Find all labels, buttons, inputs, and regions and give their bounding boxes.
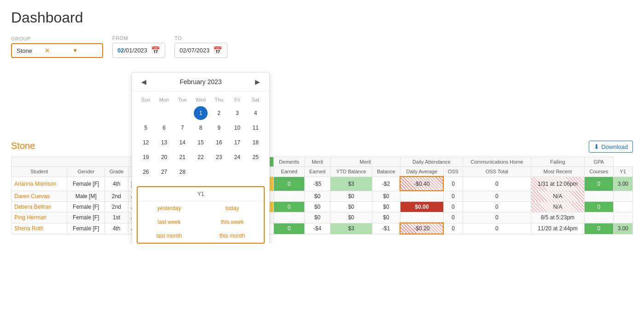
cal-day-14[interactable]: 14 (175, 136, 189, 149)
most-recent: 1/31 at 12:06pm (531, 177, 584, 191)
group-label: GROUP (11, 36, 103, 41)
last-month-button[interactable]: last month (138, 229, 201, 243)
this-month-button[interactable]: this month (201, 229, 264, 243)
to-date-input[interactable]: 02/07/2023 📅 (174, 43, 227, 58)
oss: 0 (443, 223, 463, 234)
daily-average: -$0.40 (400, 177, 443, 191)
cal-day-28[interactable]: 28 (175, 165, 189, 179)
cal-day-27[interactable]: 27 (157, 165, 171, 179)
cal-day-3[interactable]: 3 (230, 106, 244, 120)
filters-bar: GROUP Stone ✕ ▼ FROM 02/01/2023 📅 TO 02/… (11, 35, 633, 58)
group-dropdown-arrow[interactable]: ▼ (72, 47, 98, 54)
prev-month-button[interactable]: ◀ (139, 77, 149, 86)
ytd-balance: $0 (331, 202, 372, 212)
download-button[interactable]: ⬇ Download (589, 141, 633, 153)
last-week-button[interactable]: last week (138, 215, 201, 229)
failing-courses: 0 (584, 212, 613, 223)
today-button[interactable]: today (201, 201, 264, 215)
yesterday-button[interactable]: yesterday (138, 201, 201, 215)
merit-earned: $0 (304, 191, 330, 202)
oss-total: 0 (463, 191, 531, 202)
data-table-wrapper: Full Reflections Demerits Merit Merit Da… (11, 157, 633, 234)
header-failing-courses: Courses (584, 167, 613, 177)
student-name[interactable]: Shena Roth (12, 223, 67, 234)
section-title: Stone (11, 141, 633, 151)
cal-day-17[interactable]: 17 (230, 136, 244, 149)
table-row: Shena Roth Female [F] 4th Academic Plan … (12, 223, 633, 234)
oss: 0 (443, 212, 463, 223)
download-icon: ⬇ (594, 143, 599, 150)
header-gpa-y1: Y1 (613, 167, 632, 177)
cal-day-21[interactable]: 21 (175, 150, 189, 164)
cal-day-24[interactable]: 24 (230, 150, 244, 164)
cal-day-1[interactable]: 1 (194, 106, 208, 120)
gpa-y1 (613, 212, 632, 223)
balance: -$2 (372, 177, 400, 191)
next-month-button[interactable]: ▶ (252, 77, 263, 86)
gpa-y1 (613, 202, 632, 212)
ytd-balance: $0 (331, 212, 372, 223)
day-wed: Wed (191, 95, 210, 104)
cal-day-15[interactable]: 15 (194, 136, 208, 149)
student-gender: Female [F] (67, 212, 105, 223)
cal-day-18[interactable]: 18 (249, 136, 262, 149)
cal-day-26[interactable]: 26 (139, 165, 153, 179)
to-calendar-icon[interactable]: 📅 (213, 46, 222, 55)
student-name[interactable]: Ping Herman (12, 212, 67, 223)
oss: 0 (443, 202, 463, 212)
header-gender: Gender (67, 167, 105, 177)
cal-day-19[interactable]: 19 (139, 150, 153, 164)
student-gender: Female [F] (67, 177, 105, 191)
student-name[interactable]: Arianna Morrison (12, 177, 67, 191)
ytd-balance: $0 (331, 191, 372, 202)
group-select[interactable]: Stone ✕ ▼ (11, 43, 103, 58)
cal-day-empty (157, 106, 171, 120)
balance: -$1 (372, 223, 400, 234)
gpa-y1: 3.00 (613, 223, 632, 234)
merit-earned: -$5 (304, 177, 330, 191)
cal-day-7[interactable]: 7 (175, 121, 189, 135)
header-merit-earned: Earned (304, 167, 330, 177)
cal-day-8[interactable]: 8 (194, 121, 208, 135)
from-date-input[interactable]: 02/01/2023 📅 (112, 43, 165, 58)
cal-day-6[interactable]: 6 (157, 121, 171, 135)
daily-average: $0.00 (400, 191, 443, 202)
clear-group-button[interactable]: ✕ (45, 47, 70, 54)
cal-day-4[interactable]: 4 (249, 106, 262, 120)
this-week-button[interactable]: this week (201, 215, 264, 229)
cal-day-22[interactable]: 22 (194, 150, 208, 164)
cal-day-11[interactable]: 11 (249, 121, 262, 135)
cal-day-12[interactable]: 12 (139, 136, 153, 149)
failing-courses: 0 (584, 177, 613, 191)
col-group-demerits: Demerits (274, 157, 304, 167)
oss-total: 0 (463, 212, 531, 223)
shortcuts-grid: yesterday today last week this week last… (138, 201, 264, 243)
gpa-y1: 3.00 (613, 177, 632, 191)
download-label: Download (601, 143, 628, 150)
merit-earned: -$4 (304, 223, 330, 234)
header-balance: Balance (372, 167, 400, 177)
from-calendar-icon[interactable]: 📅 (151, 46, 160, 55)
cal-day-empty (139, 106, 153, 120)
from-date-filter: FROM 02/01/2023 📅 (112, 35, 165, 58)
student-name[interactable]: Daren Cuevas (12, 191, 67, 202)
col-group-gpa: GPA (584, 157, 613, 167)
cal-day-13[interactable]: 13 (157, 136, 171, 149)
main-table: Full Reflections Demerits Merit Merit Da… (11, 157, 633, 234)
student-name[interactable]: Debera Beltran (12, 202, 67, 212)
cal-day-16[interactable]: 16 (212, 136, 226, 149)
cal-day-9[interactable]: 9 (212, 121, 226, 135)
cal-day-2[interactable]: 2 (212, 106, 226, 120)
section-area: Stone ⬇ Download Full Reflections Demeri… (11, 141, 633, 234)
oss: 0 (443, 177, 463, 191)
cal-day-5[interactable]: 5 (139, 121, 153, 135)
cal-day-10[interactable]: 10 (230, 121, 244, 135)
cal-day-empty (194, 165, 208, 179)
date-shortcuts: Y1 yesterday today last week this week l… (137, 186, 265, 244)
cal-day-23[interactable]: 23 (212, 150, 226, 164)
to-label: TO (174, 35, 227, 41)
cal-day-25[interactable]: 25 (249, 150, 262, 164)
cal-day-20[interactable]: 20 (157, 150, 171, 164)
calendar-header: ◀ February 2023 ▶ (132, 73, 269, 91)
col-group-daily-attendance: Daily Attendance (400, 157, 463, 167)
